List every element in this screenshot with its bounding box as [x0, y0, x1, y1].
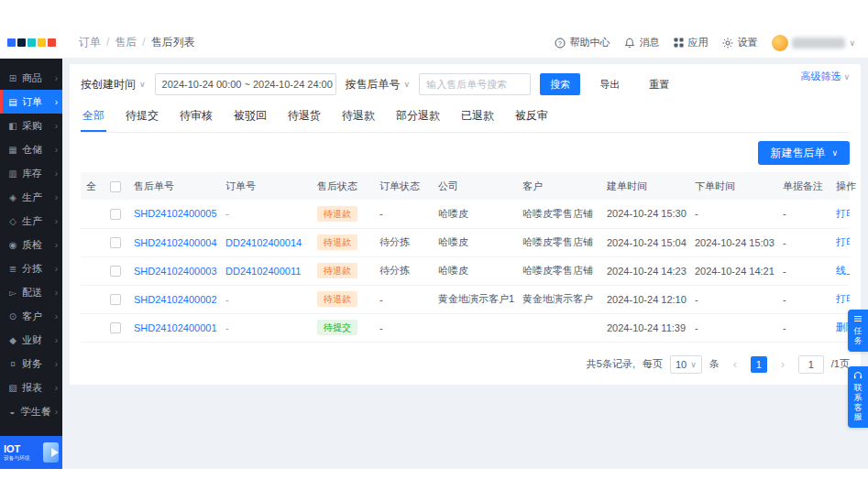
settings-button[interactable]: 设置: [722, 36, 757, 49]
help-center-button[interactable]: ? 帮助中心: [555, 36, 610, 49]
time-field-select[interactable]: 按创建时间 ∨: [81, 77, 146, 93]
order-no-cell[interactable]: DD24102400011: [225, 266, 301, 277]
sidebar-item-inventory[interactable]: ▥库存›: [0, 161, 62, 185]
row-checkbox[interactable]: [110, 266, 121, 277]
tab-pending-refund[interactable]: 待退款: [340, 105, 377, 132]
row-checkbox[interactable]: [110, 322, 121, 333]
after-sale-no-link[interactable]: SHD24102400004: [134, 237, 217, 248]
tab-all[interactable]: 全部: [81, 105, 106, 132]
order-no-cell[interactable]: -: [225, 294, 229, 305]
row-action-link[interactable]: 打印: [836, 208, 850, 219]
sidebar-item-delivery[interactable]: ▻配送›: [0, 280, 62, 304]
order-status-cell: 待分拣: [374, 256, 433, 285]
note-cell: -: [777, 228, 830, 256]
select-all-checkbox[interactable]: [110, 181, 121, 192]
ordered-at-cell: -: [689, 200, 777, 228]
sidebar-item-label: 财务: [22, 357, 51, 371]
ordered-at-cell: 2024-10-24 14:21: [689, 256, 777, 285]
after-sales-table: 全 售后单号 订单号 售后状态 订单状态 公司 客户 建单时间 下单时间 单据备…: [81, 172, 850, 343]
business-finance-icon: ◆: [7, 335, 18, 345]
chevron-right-icon: ›: [55, 73, 58, 83]
sidebar-item-warehouse[interactable]: ▦仓储›: [0, 137, 62, 161]
date-range-input[interactable]: 2024-10-24 00:00 ~ 2024-10-24 24:00: [155, 73, 336, 95]
order-status-cell: -: [374, 285, 433, 313]
tab-rejected[interactable]: 被驳回: [232, 105, 269, 132]
tab-refunded[interactable]: 已退款: [459, 105, 496, 132]
row-action-link[interactable]: 打印: [836, 293, 850, 304]
order-no-cell[interactable]: -: [225, 322, 229, 333]
sidebar-item-label: 业财: [22, 333, 51, 347]
col-after-sale-no: 售后单号: [128, 172, 220, 200]
order-no-cell[interactable]: DD24102400014: [225, 237, 302, 248]
after-sale-no-link[interactable]: SHD24102400003: [134, 266, 217, 277]
customer-service-float-button[interactable]: 联系客服: [848, 366, 868, 428]
sidebar-item-quality[interactable]: ◉质检›: [0, 233, 62, 256]
quality-icon: ◉: [7, 240, 18, 250]
select-all-header[interactable]: 全: [81, 172, 104, 200]
tasks-float-button[interactable]: 任务: [848, 310, 868, 352]
toolbar: 新建售后单 ∨: [81, 141, 850, 165]
row-action-link[interactable]: 打印: [836, 236, 850, 247]
avatar: [772, 35, 788, 51]
after-sale-no-link[interactable]: SHD24102400001: [134, 322, 217, 333]
sidebar-item-purchase[interactable]: ◧采购›: [0, 114, 62, 137]
top-bar-actions: ? 帮助中心 消息 应用 设置 ∨: [555, 35, 868, 51]
tab-pending-submit[interactable]: 待提交: [124, 105, 160, 132]
messages-label: 消息: [639, 36, 659, 49]
sidebar-item-reports[interactable]: ▧报表›: [0, 376, 62, 399]
tab-pending-return[interactable]: 待退货: [286, 105, 323, 132]
tab-partial-refund[interactable]: 部分退款: [394, 105, 442, 132]
new-after-sale-button[interactable]: 新建售后单 ∨: [758, 141, 850, 165]
number-field-select[interactable]: 按售后单号 ∨: [346, 77, 411, 93]
page-size-select[interactable]: 10 ∨: [670, 355, 702, 374]
chevron-right-icon: ›: [55, 121, 58, 131]
status-badge: 待退款: [317, 234, 357, 250]
per-page-label: 每页: [643, 357, 663, 371]
time-field-label: 按创建时间: [81, 77, 136, 93]
finance-icon: ¤: [7, 359, 18, 369]
chevron-right-icon: ›: [55, 169, 58, 179]
export-button[interactable]: 导出: [589, 73, 630, 95]
user-menu[interactable]: ∨: [772, 35, 855, 51]
search-button[interactable]: 搜索: [540, 73, 580, 95]
created-at-cell: 2024-10-24 11:39: [601, 313, 689, 342]
row-checkbox[interactable]: [110, 209, 121, 220]
sidebar-item-sorting[interactable]: ≣分拣›: [0, 256, 62, 280]
tab-pending-review[interactable]: 待审核: [178, 105, 214, 132]
order-no-cell[interactable]: -: [225, 208, 229, 219]
tab-review-reversed[interactable]: 被反审: [513, 105, 550, 132]
customer-cell: 哈喽皮零售店铺: [517, 256, 601, 285]
page-jump-input[interactable]: [798, 355, 824, 374]
col-company: 公司: [433, 172, 517, 200]
search-input[interactable]: [419, 73, 531, 95]
current-page-button[interactable]: 1: [751, 356, 767, 373]
next-page-button[interactable]: ›: [775, 356, 791, 373]
row-checkbox[interactable]: [110, 294, 121, 305]
purchase-icon: ◧: [7, 121, 18, 131]
ordered-at-cell: -: [689, 285, 777, 313]
iot-banner[interactable]: IOT 设备与环境: [0, 436, 62, 469]
row-action-link[interactable]: 线上退款: [836, 265, 850, 276]
gear-icon: [722, 38, 733, 49]
order-status-cell: -: [374, 200, 433, 228]
sidebar-item-student-meals[interactable]: ◒学生餐›: [0, 399, 62, 423]
sidebar-item-finance[interactable]: ¤财务›: [0, 352, 62, 376]
sorting-icon: ≣: [7, 264, 18, 274]
sidebar-item-production-2[interactable]: ◇生产›: [0, 209, 62, 233]
sidebar-item-production[interactable]: ◈生产›: [0, 185, 62, 209]
reset-button[interactable]: 重置: [639, 73, 679, 95]
prev-page-button[interactable]: ‹: [727, 356, 743, 373]
advanced-filter-link[interactable]: 高级筛选 ∨: [800, 70, 850, 83]
sidebar-item-business-finance[interactable]: ◆业财›: [0, 328, 62, 352]
sidebar-item-goods[interactable]: ⊞商品›: [0, 66, 62, 90]
breadcrumb-item[interactable]: 订单: [79, 35, 101, 50]
messages-button[interactable]: 消息: [624, 36, 659, 49]
apps-button[interactable]: 应用: [674, 36, 708, 49]
sidebar-item-customers[interactable]: ⊙客户›: [0, 304, 62, 328]
row-checkbox[interactable]: [110, 237, 121, 248]
after-sale-no-link[interactable]: SHD24102400002: [134, 294, 217, 305]
sidebar-item-orders[interactable]: ▤订单›: [0, 90, 62, 114]
breadcrumb-item[interactable]: 售后: [106, 35, 137, 50]
delivery-icon: ▻: [7, 288, 18, 298]
after-sale-no-link[interactable]: SHD24102400005: [134, 208, 217, 219]
